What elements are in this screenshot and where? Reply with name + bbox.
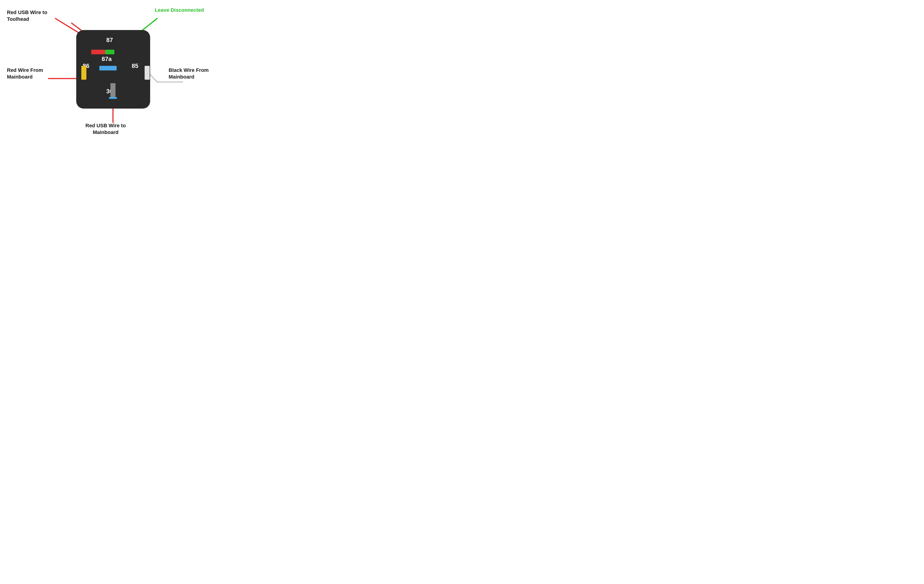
terminal-87a-label: 87a	[102, 55, 112, 63]
connector-87-red	[91, 49, 105, 54]
diagram-container: 87 87a 86 85 30 Red USB Wire to Toolhead…	[0, 0, 231, 146]
annotation-top-left: Red USB Wire to Toolhead	[7, 9, 47, 22]
connector-30	[111, 83, 116, 97]
annotation-middle-right: Black Wire From Mainboard	[168, 67, 209, 80]
connector-30-blue	[109, 97, 117, 99]
terminal-87-label: 87	[106, 36, 113, 44]
annotation-middle-left: Red Wire From Mainboard	[7, 67, 43, 80]
annotation-bottom-center: Red USB Wire to Mainboard	[86, 122, 126, 135]
connector-87a	[99, 66, 117, 71]
connector-85	[145, 66, 150, 80]
connector-86	[81, 66, 86, 80]
annotation-top-right: Leave Disconnected	[155, 7, 204, 14]
terminal-85-label: 85	[132, 63, 139, 69]
connector-87-green	[105, 49, 114, 54]
